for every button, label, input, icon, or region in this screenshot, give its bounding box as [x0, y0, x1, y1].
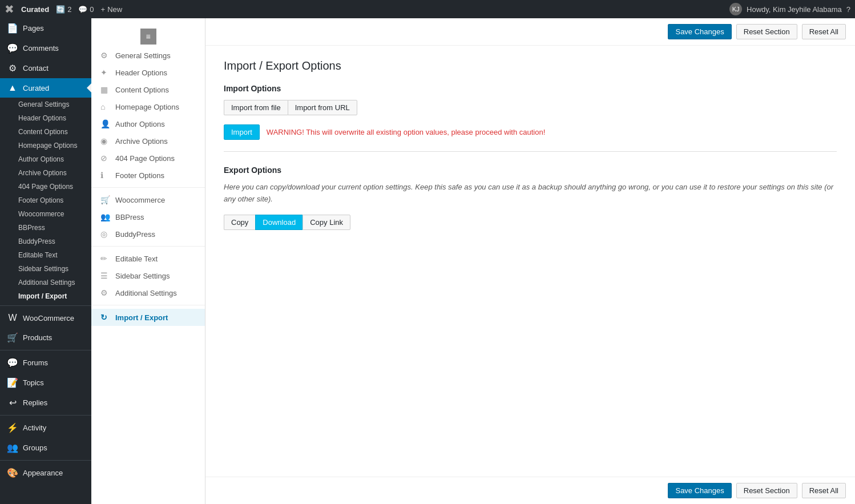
theme-menu-sidebar-settings[interactable]: ☰ Sidebar Settings — [91, 267, 205, 284]
theme-menu-editable-text[interactable]: ✏ Editable Text — [91, 250, 205, 267]
theme-menu-author-options[interactable]: 👤 Author Options — [91, 115, 205, 132]
topics-icon: 📝 — [7, 377, 18, 388]
menu-item-comments[interactable]: 💬 Comments — [0, 38, 91, 58]
theme-menu-woocommerce[interactable]: 🛒 Woocommerce — [91, 191, 205, 208]
adminbar-updates[interactable]: 🔄 2 — [56, 5, 71, 14]
menu-item-contact[interactable]: ⚙ Contact — [0, 58, 91, 78]
submenu-sidebar-settings[interactable]: Sidebar Settings — [0, 262, 91, 276]
submenu-additional-settings[interactable]: Additional Settings — [0, 276, 91, 289]
page-title: Import / Export Options — [224, 59, 837, 72]
settings-icon: ⚙ — [100, 288, 111, 297]
theme-menu-bbpress[interactable]: 👥 BBPress — [91, 208, 205, 225]
submenu-import-export[interactable]: Import / Export — [0, 289, 91, 303]
theme-menu-content-options[interactable]: ▦ Content Options — [91, 81, 205, 98]
menu-label-pages: Pages — [23, 24, 44, 33]
submenu-footer-options[interactable]: Footer Options — [0, 193, 91, 207]
submenu-buddypress[interactable]: BuddyPress — [0, 235, 91, 248]
groups-icon: 👥 — [7, 442, 18, 453]
wp-logo[interactable]: ✖ — [5, 2, 14, 16]
reset-all-button-bottom[interactable]: Reset All — [802, 483, 846, 498]
header-icon: ✦ — [100, 68, 111, 77]
theme-menu-label: General Settings — [115, 51, 171, 60]
theme-menu-label: Sidebar Settings — [115, 272, 170, 280]
theme-menu-archive-options[interactable]: ◉ Archive Options — [91, 132, 205, 150]
export-section-title: Export Options — [224, 166, 837, 175]
submenu-404-page-options[interactable]: 404 Page Options — [0, 180, 91, 193]
content-footer: Save Changes Reset Section Reset All — [205, 477, 855, 504]
site-name[interactable]: Curated — [21, 5, 49, 14]
submenu-header-options[interactable]: Header Options — [0, 111, 91, 125]
import-from-url-button[interactable]: Import from URL — [288, 100, 357, 115]
menu-item-pages[interactable]: 📄 Pages — [0, 18, 91, 38]
menu-item-products[interactable]: 🛒 Products — [0, 328, 91, 348]
theme-menu-homepage-options[interactable]: ⌂ Homepage Options — [91, 98, 205, 115]
content-icon: ▦ — [100, 85, 111, 94]
edit-icon: ✏ — [100, 254, 111, 263]
theme-menu-sep-2 — [91, 246, 205, 247]
forums-icon: 💬 — [7, 357, 18, 368]
submenu-homepage-options[interactable]: Homepage Options — [0, 139, 91, 152]
adminbar-new[interactable]: + New — [101, 5, 123, 14]
menu-item-forums[interactable]: 💬 Forums — [0, 353, 91, 373]
submenu-content-options[interactable]: Content Options — [0, 125, 91, 139]
submenu-woocommerce[interactable]: Woocommerce — [0, 207, 91, 221]
theme-menu-general-settings[interactable]: ⚙ General Settings — [91, 47, 205, 64]
menu-item-activity[interactable]: ⚡ Activity — [0, 418, 91, 438]
submenu-general-settings[interactable]: General Settings — [0, 98, 91, 111]
theme-menu-label: BBPress — [115, 213, 144, 221]
submenu-bbpress[interactable]: BBPress — [0, 221, 91, 235]
submenu-editable-text[interactable]: Editable Text — [0, 248, 91, 262]
theme-menu-label: Header Options — [115, 68, 167, 77]
menu-item-curated[interactable]: ▲ Curated — [0, 78, 91, 98]
import-button[interactable]: Import — [224, 124, 260, 140]
adminbar-right: KJ Howdy, Kim Jeyhile Alabama ? — [729, 3, 850, 15]
theme-menu-label: Additional Settings — [115, 289, 177, 297]
submenu-archive-options[interactable]: Archive Options — [0, 166, 91, 180]
theme-menu-404-options[interactable]: ⊘ 404 Page Options — [91, 150, 205, 167]
gear-icon: ⚙ — [100, 51, 111, 60]
home-icon: ⌂ — [100, 102, 111, 111]
theme-menu-import-export[interactable]: ↻ Import / Export — [91, 309, 205, 326]
user-label[interactable]: Howdy, Kim Jeyhile Alabama — [747, 5, 842, 14]
copy-link-button[interactable]: Copy Link — [303, 215, 350, 230]
copy-button[interactable]: Copy — [224, 215, 255, 230]
help-icon[interactable]: ? — [846, 5, 850, 14]
save-changes-button-top[interactable]: Save Changes — [668, 24, 731, 39]
section-divider — [224, 151, 837, 152]
submenu-author-options[interactable]: Author Options — [0, 152, 91, 166]
comments-icon: 💬 — [7, 43, 18, 54]
download-button[interactable]: Download — [255, 215, 303, 230]
import-from-file-button[interactable]: Import from file — [224, 100, 288, 115]
adminbar-comments[interactable]: 💬 0 — [78, 5, 94, 14]
import-warning: WARNING! This will overwrite all existin… — [267, 128, 545, 136]
404-icon: ⊘ — [100, 154, 111, 163]
bbpress-icon: 👥 — [100, 212, 111, 221]
menu-label-comments: Comments — [23, 44, 59, 53]
reset-section-button-bottom[interactable]: Reset Section — [736, 483, 797, 498]
menu-item-appearance[interactable]: 🎨 Appearance — [0, 463, 91, 483]
avatar: KJ — [729, 3, 742, 15]
menu-label-appearance: Appearance — [23, 469, 63, 477]
contact-icon: ⚙ — [7, 63, 18, 74]
theme-menu-footer-options[interactable]: ℹ Footer Options — [91, 167, 205, 184]
woo-icon: 🛒 — [100, 195, 111, 204]
menu-label-topics: Topics — [23, 378, 44, 387]
theme-menu-header: ≡ — [91, 24, 205, 47]
theme-menu-buddypress[interactable]: ◎ BuddyPress — [91, 225, 205, 243]
reset-section-button-top[interactable]: Reset Section — [736, 24, 797, 39]
theme-menu-header-options[interactable]: ✦ Header Options — [91, 64, 205, 81]
reset-all-button-top[interactable]: Reset All — [802, 24, 846, 39]
menu-item-topics[interactable]: 📝 Topics — [0, 373, 91, 393]
menu-sep-4 — [0, 460, 91, 461]
menu-label-replies: Replies — [23, 398, 47, 407]
menu-label-groups: Groups — [23, 443, 47, 452]
save-changes-button-bottom[interactable]: Save Changes — [668, 483, 731, 498]
menu-item-woocommerce[interactable]: W WooCommerce — [0, 308, 91, 328]
import-section-title: Import Options — [224, 84, 837, 93]
export-description: Here you can copy/download your current … — [224, 182, 837, 205]
menu-item-replies[interactable]: ↩ Replies — [0, 393, 91, 413]
menu-sep-2 — [0, 350, 91, 350]
theme-menu-additional-settings[interactable]: ⚙ Additional Settings — [91, 284, 205, 301]
menu-item-groups[interactable]: 👥 Groups — [0, 438, 91, 458]
archive-icon: ◉ — [100, 136, 111, 146]
